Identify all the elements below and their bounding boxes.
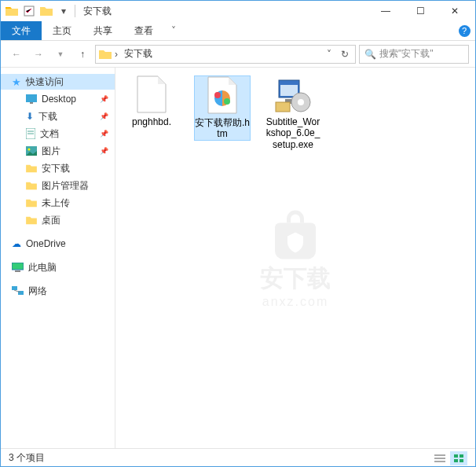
sidebar-item-label: 安下载 xyxy=(42,162,70,175)
cloud-icon: ☁ xyxy=(12,238,21,249)
watermark-sub: anxz.com xyxy=(260,295,331,309)
sidebar-item-desktop2[interactable]: 桌面 xyxy=(1,212,115,228)
svg-point-14 xyxy=(214,92,221,98)
details-view-button[interactable] xyxy=(431,451,449,465)
file-label: pnghhbd. xyxy=(132,116,171,127)
breadcrumb-current[interactable]: 安下载 xyxy=(124,47,152,61)
sidebar-item-label: 未上传 xyxy=(42,197,70,210)
window-controls: — ☐ ✕ xyxy=(368,1,472,21)
qat-dropdown[interactable]: ▾ xyxy=(56,3,71,19)
sidebar-network[interactable]: 网络 xyxy=(1,283,115,299)
sidebar-item-label: 文档 xyxy=(40,127,59,141)
close-button[interactable]: ✕ xyxy=(438,1,472,21)
sidebar-item-label: 网络 xyxy=(28,285,47,298)
htm-file-icon xyxy=(203,76,241,114)
sidebar-item-label: 桌面 xyxy=(42,214,60,227)
sidebar-item-label: OneDrive xyxy=(26,238,66,249)
shield-icon xyxy=(268,208,323,263)
svg-point-20 xyxy=(298,99,304,105)
search-box[interactable]: 🔍 搜索"安下载" xyxy=(359,45,469,64)
icons-view-button[interactable] xyxy=(450,451,467,465)
sidebar-item-unuploaded[interactable]: 未上传 xyxy=(1,195,115,211)
sidebar-item-label: 快速访问 xyxy=(26,75,64,89)
svg-rect-1 xyxy=(26,94,37,102)
navigation-pane: ★ 快速访问 Desktop 📌 ⬇ 下载 📌 文档 📌 图片 📌 安下载 xyxy=(1,68,115,448)
tab-file[interactable]: 文件 xyxy=(1,21,42,40)
view-toggles xyxy=(431,451,467,465)
search-placeholder: 搜索"安下载" xyxy=(379,47,434,61)
maximize-button[interactable]: ☐ xyxy=(403,1,438,21)
breadcrumb[interactable]: › 安下载 ˅ ↻ xyxy=(95,45,356,64)
folder-icon xyxy=(26,181,37,190)
pin-icon: 📌 xyxy=(100,112,108,120)
search-icon: 🔍 xyxy=(364,49,376,60)
refresh-button[interactable]: ↻ xyxy=(338,46,352,62)
sidebar-item-picmgr[interactable]: 图片管理器 xyxy=(1,178,115,193)
forward-button[interactable]: → xyxy=(29,45,48,64)
svg-rect-21 xyxy=(276,102,290,112)
desktop-icon xyxy=(26,94,37,104)
picture-icon xyxy=(26,146,37,156)
sidebar-item-anxz[interactable]: 安下载 xyxy=(1,160,115,176)
sidebar-item-documents[interactable]: 文档 📌 xyxy=(1,126,115,142)
computer-icon xyxy=(12,263,24,272)
svg-rect-25 xyxy=(454,454,458,458)
recent-dropdown[interactable]: ▼ xyxy=(51,45,70,64)
separator xyxy=(75,5,75,17)
network-icon xyxy=(12,286,24,296)
sidebar-item-desktop[interactable]: Desktop 📌 xyxy=(1,91,115,107)
back-button[interactable]: ← xyxy=(7,45,26,64)
download-icon: ⬇ xyxy=(26,111,34,122)
sidebar-item-label: 图片管理器 xyxy=(42,179,89,193)
chevron-right-icon: › xyxy=(115,49,118,60)
pin-icon: 📌 xyxy=(100,147,108,155)
sidebar-item-label: 下载 xyxy=(38,110,57,123)
quick-access-toolbar: ▾ xyxy=(4,3,71,19)
navigation-bar: ← → ▼ ↑ › 安下载 ˅ ↻ 🔍 搜索"安下载" xyxy=(1,41,475,68)
ribbon-expand-icon[interactable]: ˅ xyxy=(164,21,183,40)
tab-view[interactable]: 查看 xyxy=(123,21,164,40)
body: ★ 快速访问 Desktop 📌 ⬇ 下载 📌 文档 📌 图片 📌 安下载 xyxy=(1,68,475,448)
help-button[interactable]: ? xyxy=(453,21,475,40)
document-icon xyxy=(26,128,35,139)
sidebar-item-downloads[interactable]: ⬇ 下载 📌 xyxy=(1,108,115,124)
watermark-text: 安下载 xyxy=(260,263,331,295)
svg-rect-26 xyxy=(460,454,463,458)
sidebar-item-label: Desktop xyxy=(42,94,76,105)
svg-point-15 xyxy=(224,98,230,105)
svg-rect-28 xyxy=(460,459,463,462)
installer-icon xyxy=(274,75,312,113)
svg-rect-8 xyxy=(12,263,24,270)
sidebar-item-label: 图片 xyxy=(42,145,60,158)
file-label: Subtitle_Workshop_6.0e_setup.exe xyxy=(265,116,320,150)
star-icon: ★ xyxy=(12,76,21,88)
item-count: 3 个项目 xyxy=(9,451,45,465)
folder-icon-2 xyxy=(38,3,54,19)
sidebar-quick-access[interactable]: ★ 快速访问 xyxy=(1,74,115,90)
blank-file-icon xyxy=(133,75,170,113)
sidebar-thispc[interactable]: 此电脑 xyxy=(1,259,115,275)
tab-share[interactable]: 共享 xyxy=(82,21,123,40)
file-list[interactable]: pnghhbd. 安下载帮助.htm Subtitle_Workshop_6.0… xyxy=(115,68,475,448)
folder-icon xyxy=(26,215,37,225)
file-item-help-htm[interactable]: 安下载帮助.htm xyxy=(194,75,251,141)
window-title: 安下载 xyxy=(83,5,112,18)
ribbon-tabs: 文件 主页 共享 查看 ˅ ? xyxy=(1,21,475,41)
pin-icon: 📌 xyxy=(100,130,108,138)
sidebar-onedrive[interactable]: ☁ OneDrive xyxy=(1,236,115,252)
minimize-button[interactable]: — xyxy=(368,1,403,21)
file-item-setup-exe[interactable]: Subtitle_Workshop_6.0e_setup.exe xyxy=(265,75,321,150)
folder-icon xyxy=(99,49,112,60)
folder-icon xyxy=(4,3,20,19)
svg-rect-9 xyxy=(15,270,20,272)
breadcrumb-dropdown[interactable]: ˅ xyxy=(322,46,336,62)
up-button[interactable]: ↑ xyxy=(73,45,92,64)
svg-rect-10 xyxy=(12,286,17,290)
tab-home[interactable]: 主页 xyxy=(42,21,82,40)
sidebar-item-pictures[interactable]: 图片 📌 xyxy=(1,143,115,159)
svg-rect-27 xyxy=(454,459,458,462)
file-item-pnghhbd[interactable]: pnghhbd. xyxy=(123,75,180,127)
svg-rect-2 xyxy=(30,102,33,104)
sidebar-item-label: 此电脑 xyxy=(28,261,57,274)
properties-icon[interactable] xyxy=(21,3,37,19)
